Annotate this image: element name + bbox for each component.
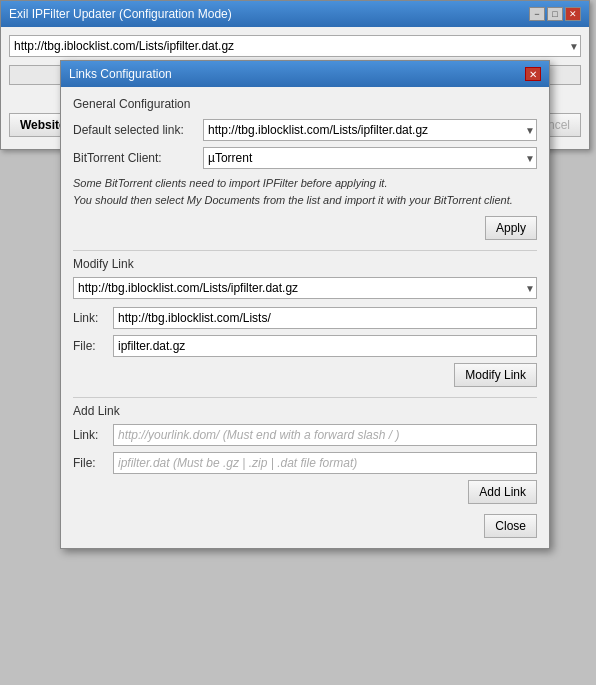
add-link-label: Link: <box>73 428 113 442</box>
main-title-buttons: − □ ✕ <box>529 7 581 21</box>
add-file-input[interactable] <box>113 452 537 474</box>
add-link-section-label: Add Link <box>73 404 537 418</box>
add-link-field-row: Link: <box>73 424 537 446</box>
modify-link-button[interactable]: Modify Link <box>454 363 537 387</box>
apply-row: Apply <box>73 216 537 240</box>
dialog-title-bar: Links Configuration ✕ <box>61 61 549 87</box>
main-window-title: Exil IPFilter Updater (Configuration Mod… <box>9 7 232 21</box>
add-link-button[interactable]: Add Link <box>468 480 537 504</box>
modify-link-section-label: Modify Link <box>73 257 537 271</box>
default-link-row: Default selected link: http://tbg.iblock… <box>73 119 537 141</box>
dialog-close-button[interactable]: ✕ <box>525 67 541 81</box>
modify-file-field-row: File: <box>73 335 537 357</box>
main-url-dropdown-wrapper[interactable]: http://tbg.iblocklist.com/Lists/ipfilter… <box>9 35 581 57</box>
file-text-input[interactable] <box>113 335 537 357</box>
default-link-dropdown[interactable]: http://tbg.iblocklist.com/Lists/ipfilter… <box>203 119 537 141</box>
add-link-button-row: Add Link <box>73 480 537 504</box>
modify-link-dropdown[interactable]: http://tbg.iblocklist.com/Lists/ipfilter… <box>73 277 537 299</box>
main-url-dropdown[interactable]: http://tbg.iblocklist.com/Lists/ipfilter… <box>9 35 581 57</box>
default-link-dropdown-wrapper[interactable]: http://tbg.iblocklist.com/Lists/ipfilter… <box>203 119 537 141</box>
bittorrent-row: BitTorrent Client: µTorrent ▼ <box>73 147 537 169</box>
add-link-input[interactable] <box>113 424 537 446</box>
close-button[interactable]: Close <box>484 514 537 538</box>
modify-link-button-row: Modify Link <box>73 363 537 387</box>
info-line2: You should then select My Documents from… <box>73 194 513 206</box>
modify-link-dropdown-wrapper[interactable]: http://tbg.iblocklist.com/Lists/ipfilter… <box>73 277 537 299</box>
main-title-bar: Exil IPFilter Updater (Configuration Mod… <box>1 1 589 27</box>
bittorrent-dropdown[interactable]: µTorrent <box>203 147 537 169</box>
link-field-label: Link: <box>73 311 113 325</box>
close-button-row: Close <box>73 510 537 538</box>
link-text-input[interactable] <box>113 307 537 329</box>
dialog-content: General Configuration Default selected l… <box>61 87 549 548</box>
bittorrent-dropdown-wrapper[interactable]: µTorrent ▼ <box>203 147 537 169</box>
section-divider-1 <box>73 250 537 251</box>
main-close-button[interactable]: ✕ <box>565 7 581 21</box>
dialog-title: Links Configuration <box>69 67 172 81</box>
file-field-label: File: <box>73 339 113 353</box>
add-file-label: File: <box>73 456 113 470</box>
links-config-dialog: Links Configuration ✕ General Configurat… <box>60 60 550 549</box>
info-line1: Some BitTorrent clients need to import I… <box>73 177 387 189</box>
add-file-field-row: File: <box>73 452 537 474</box>
modify-link-field-row: Link: <box>73 307 537 329</box>
general-config-section-label: General Configuration <box>73 97 537 111</box>
apply-button[interactable]: Apply <box>485 216 537 240</box>
minimize-button[interactable]: − <box>529 7 545 21</box>
bittorrent-label: BitTorrent Client: <box>73 151 203 165</box>
default-link-label: Default selected link: <box>73 123 203 137</box>
maximize-button[interactable]: □ <box>547 7 563 21</box>
section-divider-2 <box>73 397 537 398</box>
info-text-block: Some BitTorrent clients need to import I… <box>73 175 537 208</box>
